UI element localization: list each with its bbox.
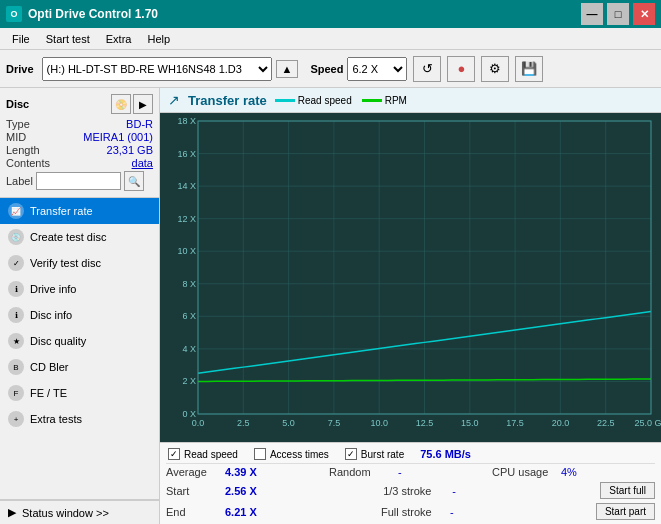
disc-mid-row: MID MEIRA1 (001) bbox=[6, 131, 153, 143]
graph-container bbox=[160, 113, 661, 442]
disc-icon-btn-1[interactable]: 📀 bbox=[111, 94, 131, 114]
legend-read-speed: Read speed bbox=[275, 95, 352, 106]
chart-title: Transfer rate bbox=[188, 93, 267, 108]
stats-area: ✓ Read speed Access times ✓ Burst rate 7… bbox=[160, 442, 661, 524]
start-part-button[interactable]: Start part bbox=[596, 503, 655, 520]
extra-tests-icon: + bbox=[8, 411, 24, 427]
status-window-label: Status window >> bbox=[22, 507, 109, 519]
chart-canvas bbox=[160, 113, 661, 442]
disc-mid-value: MEIRA1 (001) bbox=[83, 131, 153, 143]
stats-row-start: Start 2.56 X 1/3 stroke - Start full bbox=[166, 480, 655, 501]
checkbox-burst-rate[interactable]: ✓ bbox=[345, 448, 357, 460]
stats-full-stroke-label: Full stroke bbox=[381, 506, 446, 518]
save-button[interactable]: 💾 bbox=[515, 56, 543, 82]
nav-label-create-test-disc: Create test disc bbox=[30, 231, 106, 243]
legend-read-speed-color bbox=[275, 99, 295, 102]
stats-row-end: End 6.21 X Full stroke - Start part bbox=[166, 501, 655, 522]
nav-item-transfer-rate[interactable]: 📈 Transfer rate bbox=[0, 198, 159, 224]
nav-item-cd-bler[interactable]: B CD Bler bbox=[0, 354, 159, 380]
speed-dropdown[interactable]: 6.2 X bbox=[347, 57, 407, 81]
menu-help[interactable]: Help bbox=[139, 31, 178, 47]
chart-legend: Read speed RPM bbox=[275, 95, 407, 106]
status-window-btn[interactable]: ▶ Status window >> bbox=[0, 500, 159, 524]
checkbox-read-speed[interactable]: ✓ bbox=[168, 448, 180, 460]
speed-selector: 6.2 X bbox=[347, 57, 407, 81]
titlebar: O Opti Drive Control 1.70 — □ ✕ bbox=[0, 0, 661, 28]
stats-cpu-value: 4% bbox=[561, 466, 577, 478]
app-title: Opti Drive Control 1.70 bbox=[28, 7, 158, 21]
legend-read-speed-label: Read speed bbox=[298, 95, 352, 106]
nav-item-disc-quality[interactable]: ★ Disc quality bbox=[0, 328, 159, 354]
checkbox-access-times[interactable] bbox=[254, 448, 266, 460]
legend-check-access-times[interactable]: Access times bbox=[254, 448, 329, 460]
speed-label: Speed bbox=[310, 63, 343, 75]
stats-start-value: 2.56 X bbox=[225, 485, 270, 497]
stats-random-label: Random bbox=[329, 466, 394, 478]
legend-check-burst-rate[interactable]: ✓ Burst rate bbox=[345, 448, 404, 460]
disc-label-row: Label 🔍 bbox=[6, 171, 153, 191]
maximize-button[interactable]: □ bbox=[607, 3, 629, 25]
drive-dropdown[interactable]: (H:) HL-DT-ST BD-RE WH16NS48 1.D3 bbox=[42, 57, 272, 81]
disc-info-icon: ℹ bbox=[8, 307, 24, 323]
menu-start-test[interactable]: Start test bbox=[38, 31, 98, 47]
drive-label: Drive bbox=[6, 63, 34, 75]
nav-item-verify-test-disc[interactable]: ✓ Verify test disc bbox=[0, 250, 159, 276]
nav-item-create-test-disc[interactable]: 💿 Create test disc bbox=[0, 224, 159, 250]
nav-item-disc-info[interactable]: ℹ Disc info bbox=[0, 302, 159, 328]
stats-average-value: 4.39 X bbox=[225, 466, 270, 478]
disc-section: Disc 📀 ▶ Type BD-R MID MEIRA1 (001) Leng… bbox=[0, 88, 159, 198]
stats-random-value: - bbox=[398, 466, 402, 478]
stats-1-3-stroke-value: - bbox=[452, 485, 456, 497]
disc-quality-icon: ★ bbox=[8, 333, 24, 349]
disc-section-title: Disc bbox=[6, 98, 29, 110]
minimize-button[interactable]: — bbox=[581, 3, 603, 25]
nav-item-drive-info[interactable]: ℹ Drive info bbox=[0, 276, 159, 302]
stats-end-value: 6.21 X bbox=[225, 506, 270, 518]
stats-col-cpu: CPU usage 4% bbox=[492, 466, 655, 478]
legend-check-read-speed[interactable]: ✓ Read speed bbox=[168, 448, 238, 460]
stats-col-end: End 6.21 X bbox=[166, 506, 381, 518]
refresh-button[interactable]: ↺ bbox=[413, 56, 441, 82]
close-button[interactable]: ✕ bbox=[633, 3, 655, 25]
disc-label-icon-btn[interactable]: 🔍 bbox=[124, 171, 144, 191]
stats-full-stroke-value: - bbox=[450, 506, 454, 518]
stats-end-label: End bbox=[166, 506, 221, 518]
drive-selector: (H:) HL-DT-ST BD-RE WH16NS48 1.D3 bbox=[42, 57, 272, 81]
nav-item-fe-te[interactable]: F FE / TE bbox=[0, 380, 159, 406]
eject-button[interactable]: ▲ bbox=[276, 60, 299, 78]
disc-contents-label: Contents bbox=[6, 157, 50, 169]
nav-items: 📈 Transfer rate 💿 Create test disc ✓ Ver… bbox=[0, 198, 159, 499]
settings-button[interactable]: ⚙ bbox=[481, 56, 509, 82]
stats-legend-row: ✓ Read speed Access times ✓ Burst rate 7… bbox=[166, 445, 655, 464]
app-icon: O bbox=[6, 6, 22, 22]
start-full-button[interactable]: Start full bbox=[600, 482, 655, 499]
stats-col-average: Average 4.39 X bbox=[166, 466, 329, 478]
nav-label-disc-info: Disc info bbox=[30, 309, 72, 321]
disc-contents-value[interactable]: data bbox=[132, 157, 153, 169]
disc-type-value: BD-R bbox=[126, 118, 153, 130]
nav-label-verify-test-disc: Verify test disc bbox=[30, 257, 101, 269]
color-button[interactable]: ● bbox=[447, 56, 475, 82]
chart-area: ↗ Transfer rate Read speed RPM ✓ bbox=[160, 88, 661, 524]
stats-row-average: Average 4.39 X Random - CPU usage 4% bbox=[166, 464, 655, 480]
stats-col-1-3-stroke: 1/3 stroke - bbox=[383, 485, 600, 497]
nav-label-transfer-rate: Transfer rate bbox=[30, 205, 93, 217]
main-layout: Disc 📀 ▶ Type BD-R MID MEIRA1 (001) Leng… bbox=[0, 88, 661, 524]
disc-label-input[interactable] bbox=[36, 172, 121, 190]
legend-check-burst-rate-label: Burst rate bbox=[361, 449, 404, 460]
nav-item-extra-tests[interactable]: + Extra tests bbox=[0, 406, 159, 432]
nav-label-fe-te: FE / TE bbox=[30, 387, 67, 399]
disc-type-label: Type bbox=[6, 118, 30, 130]
stats-start-label: Start bbox=[166, 485, 221, 497]
nav-label-extra-tests: Extra tests bbox=[30, 413, 82, 425]
stats-col-start: Start 2.56 X bbox=[166, 485, 383, 497]
disc-contents-row: Contents data bbox=[6, 157, 153, 169]
menu-file[interactable]: File bbox=[4, 31, 38, 47]
disc-icon-btn-2[interactable]: ▶ bbox=[133, 94, 153, 114]
disc-length-label: Length bbox=[6, 144, 40, 156]
disc-mid-label: MID bbox=[6, 131, 26, 143]
legend-check-read-speed-label: Read speed bbox=[184, 449, 238, 460]
fe-te-icon: F bbox=[8, 385, 24, 401]
menu-extra[interactable]: Extra bbox=[98, 31, 140, 47]
stats-col-full-stroke: Full stroke - bbox=[381, 506, 596, 518]
